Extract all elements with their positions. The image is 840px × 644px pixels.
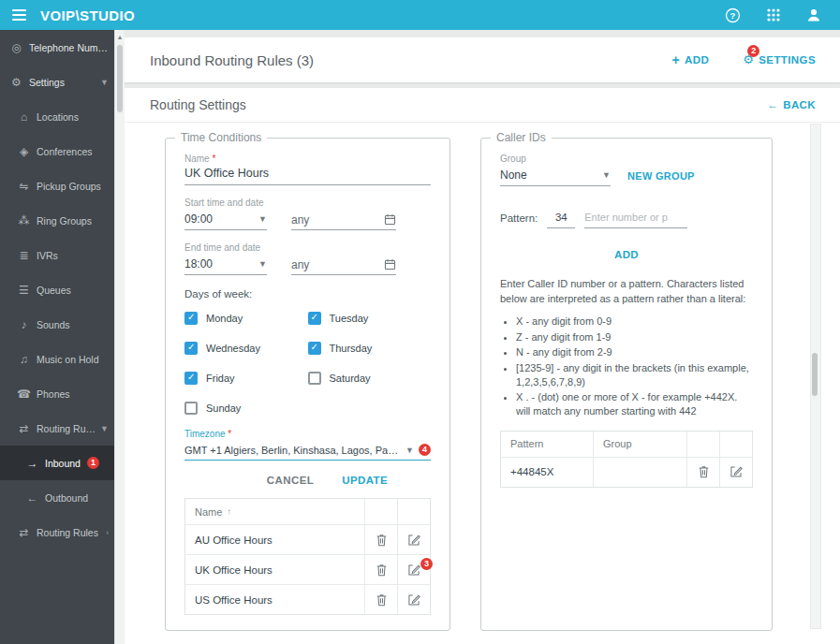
back-arrow-icon: ← bbox=[767, 99, 778, 110]
checkbox[interactable] bbox=[184, 342, 198, 355]
sidebar-item-queues[interactable]: ☰ Queues bbox=[0, 272, 114, 307]
checkbox[interactable] bbox=[184, 312, 198, 325]
end-time-select[interactable]: 18:00 ▼ bbox=[184, 255, 267, 275]
sidebar-item-phones[interactable]: ☎ Phones bbox=[0, 376, 114, 411]
new-group-button[interactable]: NEW GROUP bbox=[627, 170, 695, 186]
list-item: X - any digit from 0-9 bbox=[516, 315, 753, 329]
day-checkbox-friday[interactable]: Friday bbox=[184, 372, 308, 385]
delete-row-button[interactable] bbox=[364, 555, 397, 584]
pattern-value-input[interactable] bbox=[547, 209, 575, 228]
cancel-button[interactable]: CANCEL bbox=[267, 475, 314, 486]
day-checkbox-saturday[interactable]: Saturday bbox=[308, 372, 432, 385]
list-item: Z - any digit from 1-9 bbox=[516, 330, 753, 344]
required-mark: * bbox=[228, 429, 231, 439]
main-content: Inbound Routing Rules (3) + ADD 2 ⚙ SETT… bbox=[124, 30, 840, 644]
pattern-label: Pattern: bbox=[500, 212, 538, 228]
page-actions: + ADD 2 ⚙ SETTINGS bbox=[672, 54, 816, 66]
actions-column-header bbox=[397, 499, 430, 524]
time-conditions-panel: Time Conditions Name * Start time and da… bbox=[165, 138, 450, 631]
add-button[interactable]: + ADD bbox=[672, 54, 710, 66]
user-account-icon[interactable] bbox=[806, 7, 821, 22]
chevron-down-icon: ▼ bbox=[96, 78, 109, 87]
hamburger-menu-icon[interactable] bbox=[12, 9, 26, 21]
actions-column-header bbox=[364, 499, 397, 524]
sidebar-item-telephone-numbers[interactable]: ◎ Telephone Numbers bbox=[0, 30, 114, 65]
start-date-label: Start time and date bbox=[184, 198, 431, 208]
checkbox[interactable] bbox=[308, 342, 321, 355]
back-button[interactable]: ← BACK bbox=[767, 99, 816, 110]
days-checkbox-grid: Monday Tuesday Wednesday Thursday bbox=[184, 312, 431, 415]
pattern-column-header[interactable]: Pattern bbox=[501, 432, 593, 457]
table-row: US Office Hours bbox=[185, 584, 430, 614]
sidebar-scrollbar-thumb[interactable] bbox=[117, 45, 123, 112]
apps-grid-icon[interactable] bbox=[767, 8, 780, 22]
svg-text:?: ? bbox=[730, 9, 736, 20]
chevron-down-icon: ▼ bbox=[253, 259, 267, 269]
sidebar-item-locations[interactable]: ⌂ Locations bbox=[0, 99, 114, 134]
caller-ids-table: Pattern Group +44845X bbox=[500, 431, 753, 488]
sound-icon: ♪ bbox=[17, 319, 31, 330]
group-select[interactable]: None ▼ bbox=[500, 166, 611, 186]
day-checkbox-monday[interactable]: Monday bbox=[184, 312, 308, 325]
sidebar-item-music-on-hold[interactable]: ♫ Music on Hold bbox=[0, 342, 114, 376]
name-input[interactable] bbox=[184, 164, 431, 185]
sidebar-item-ivrs[interactable]: ≣ IVRs bbox=[0, 238, 114, 272]
phone-icon: ☎ bbox=[17, 388, 31, 400]
day-checkbox-sunday[interactable]: Sunday bbox=[184, 402, 308, 415]
app-logo: VOIP\STUDIO bbox=[40, 7, 135, 23]
day-checkbox-wednesday[interactable]: Wednesday bbox=[184, 342, 308, 355]
sidebar-item-inbound[interactable]: → Inbound 1 bbox=[0, 446, 114, 480]
start-time-select[interactable]: 09:00 ▼ bbox=[184, 210, 267, 230]
checkbox[interactable] bbox=[184, 372, 198, 385]
calendar-icon bbox=[384, 213, 396, 226]
time-conditions-table: Name ↑ AU Office Hours bbox=[184, 498, 431, 615]
sidebar-item-settings[interactable]: ⚙ Settings ▼ bbox=[0, 65, 114, 99]
sidebar-item-routing-rules-2[interactable]: ⇄ Routing Rules › bbox=[0, 515, 114, 549]
sidebar-item-sounds[interactable]: ♪ Sounds bbox=[0, 307, 114, 342]
start-row: 09:00 ▼ any bbox=[184, 210, 431, 230]
update-button[interactable]: UPDATE bbox=[342, 475, 388, 486]
content-scrollbar[interactable] bbox=[810, 124, 821, 629]
add-pattern-button[interactable]: ADD bbox=[614, 249, 639, 260]
sidebar-item-conferences[interactable]: ◈ Conferences bbox=[0, 134, 114, 168]
content-scrollbar-thumb[interactable] bbox=[812, 353, 818, 396]
pattern-help-text: Enter Caller ID number or a pattern. Cha… bbox=[500, 277, 753, 306]
sidebar-item-routing-rules[interactable]: ⇄ Routing Rules ▼ bbox=[0, 411, 114, 446]
sidebar-scrollbar[interactable]: ▲ bbox=[114, 30, 125, 644]
timezone-select[interactable]: GMT +1 Algiers, Berlin, Kinshasa, Lagos,… bbox=[184, 441, 431, 461]
trash-icon bbox=[376, 534, 388, 547]
checkbox[interactable] bbox=[184, 402, 198, 415]
table-row: +44845X bbox=[501, 457, 752, 487]
scroll-up-arrow-icon[interactable]: ▲ bbox=[115, 30, 125, 40]
sidebar-item-ring-groups[interactable]: ⁂ Ring Groups bbox=[0, 203, 114, 238]
name-column-header[interactable]: Name ↑ bbox=[185, 499, 364, 524]
chevron-right-icon: › bbox=[102, 528, 109, 537]
end-date-label: End time and date bbox=[184, 242, 431, 253]
sidebar-item-outbound[interactable]: ← Outbound bbox=[0, 480, 114, 515]
edit-row-button[interactable] bbox=[719, 458, 752, 487]
top-bar: VOIP\STUDIO ? bbox=[0, 0, 840, 30]
edit-row-button[interactable] bbox=[397, 525, 430, 554]
ivr-icon: ≣ bbox=[17, 250, 31, 261]
delete-row-button[interactable] bbox=[364, 525, 397, 554]
day-checkbox-tuesday[interactable]: Tuesday bbox=[308, 312, 432, 325]
ring-group-icon: ⁂ bbox=[17, 215, 31, 227]
checkbox[interactable] bbox=[308, 372, 321, 385]
delete-row-button[interactable] bbox=[364, 585, 397, 614]
edit-row-button[interactable]: 3 bbox=[397, 555, 430, 584]
group-column-header[interactable]: Group bbox=[593, 432, 686, 457]
sidebar-item-pickup-groups[interactable]: ⇋ Pickup Groups bbox=[0, 168, 114, 203]
list-item: X . - (dot) one or more of X - for examp… bbox=[516, 390, 753, 417]
table-header-row: Pattern Group bbox=[501, 432, 752, 457]
help-icon[interactable]: ? bbox=[725, 7, 741, 23]
start-date-field[interactable]: any bbox=[291, 210, 396, 230]
day-checkbox-thursday[interactable]: Thursday bbox=[308, 342, 432, 355]
edit-row-button[interactable] bbox=[397, 585, 430, 614]
arrow-left-icon: ← bbox=[25, 492, 39, 504]
pattern-input[interactable] bbox=[584, 209, 687, 228]
trash-icon bbox=[698, 465, 710, 478]
checkbox[interactable] bbox=[308, 312, 321, 325]
sort-asc-icon: ↑ bbox=[227, 506, 231, 517]
end-date-field[interactable]: any bbox=[291, 255, 396, 275]
delete-row-button[interactable] bbox=[686, 458, 719, 487]
